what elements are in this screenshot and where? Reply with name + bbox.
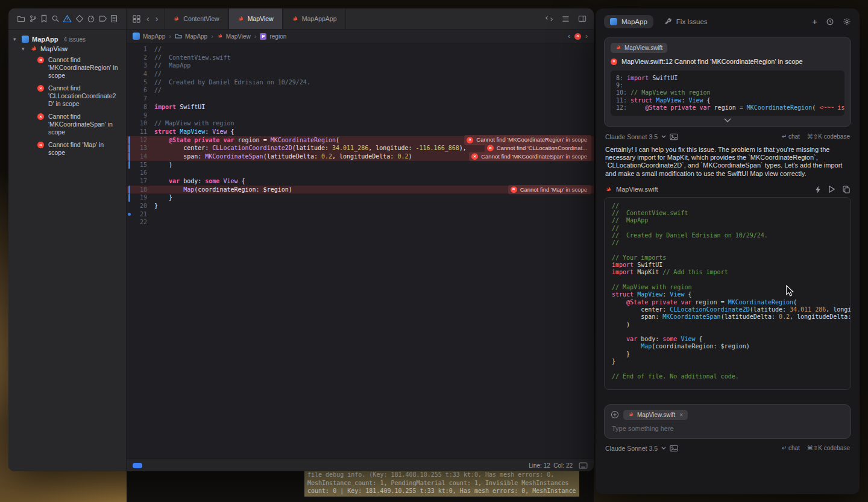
disclosure-triangle-icon[interactable]: ▾: [13, 36, 19, 42]
line-number[interactable]: 18: [131, 186, 154, 194]
next-issue-icon[interactable]: ›: [585, 32, 588, 40]
line-number[interactable]: 21: [131, 210, 154, 219]
line-number[interactable]: 5: [131, 78, 154, 87]
breakpoint-navigator-icon[interactable]: [99, 15, 107, 22]
line-number[interactable]: 20: [131, 202, 154, 210]
find-icon[interactable]: [51, 14, 60, 23]
breadcrumb-project[interactable]: MapApp: [133, 33, 165, 40]
line-number[interactable]: 8: [131, 103, 154, 111]
chat-shortcut[interactable]: ↵ chat: [782, 133, 800, 140]
code-line[interactable]: 9: [127, 111, 594, 120]
tab-mapview[interactable]: MapView: [228, 8, 283, 29]
run-icon[interactable]: [829, 186, 835, 193]
back-icon[interactable]: ‹: [146, 14, 149, 23]
suggested-code-block[interactable]: //// ContentView.swift// MapApp//// Crea…: [604, 197, 851, 390]
image-attach-icon[interactable]: [670, 445, 678, 452]
apply-icon[interactable]: [815, 186, 821, 193]
forward-icon[interactable]: ›: [156, 14, 159, 23]
model-selector[interactable]: Claude Sonnet 3.5: [605, 445, 658, 452]
minimap-icon[interactable]: [562, 16, 570, 22]
code-line[interactable]: 5// Created by Daniel Edrisian on 10/29/…: [127, 78, 594, 87]
codebase-shortcut[interactable]: ⌘⇧K codebase: [807, 445, 850, 451]
code-line[interactable]: 12 @State private var region = MKCoordin…: [127, 136, 594, 145]
code-line[interactable]: 11struct MapView: View {: [127, 128, 594, 136]
editor-grid-icon[interactable]: [133, 15, 140, 23]
disclosure-triangle-icon[interactable]: ▾: [22, 46, 27, 52]
context-file-chip[interactable]: MapView.swift ×: [623, 410, 688, 420]
line-number[interactable]: 11: [131, 128, 154, 136]
line-number[interactable]: 4: [131, 70, 154, 78]
code-review-icon[interactable]: [545, 15, 553, 22]
inline-error-badge[interactable]: ×Cannot find 'MKCoordinateSpan' in scope: [469, 152, 591, 162]
line-number[interactable]: 13: [131, 144, 154, 152]
assistant-tab-fix-issues[interactable]: Fix Issues: [658, 14, 714, 28]
error-badge-icon[interactable]: ×: [574, 33, 581, 40]
gear-icon[interactable]: [843, 17, 851, 26]
code-line[interactable]: 1//: [127, 45, 594, 54]
new-chat-icon[interactable]: +: [812, 16, 817, 27]
line-number[interactable]: 17: [131, 177, 154, 186]
issue-item[interactable]: ×Cannot find 'MKCoordinateRegion' in sco…: [8, 54, 126, 82]
line-number[interactable]: 6: [131, 86, 154, 95]
line-number[interactable]: 15: [131, 161, 154, 169]
chevron-down-icon[interactable]: [661, 447, 666, 450]
chat-shortcut[interactable]: ↵ chat: [782, 445, 800, 451]
source-editor[interactable]: 1//2// ContentView.swift3// MapApp4//5//…: [127, 43, 594, 459]
add-context-icon[interactable]: [611, 410, 619, 419]
tab-contentview[interactable]: ContentView: [164, 8, 228, 29]
split-editor-icon[interactable]: [578, 15, 587, 22]
code-line[interactable]: 21: [127, 210, 594, 219]
breadcrumb-symbol[interactable]: Pregion: [260, 33, 286, 40]
line-number[interactable]: 3: [131, 61, 154, 70]
line-number[interactable]: 14: [131, 152, 154, 161]
sidebar-item-mapview[interactable]: ▾ MapView: [8, 44, 126, 54]
breadcrumb-file[interactable]: MapView: [217, 33, 251, 40]
history-icon[interactable]: [826, 17, 834, 26]
code-line[interactable]: 2// ContentView.swift: [127, 54, 594, 62]
prev-issue-icon[interactable]: ‹: [568, 32, 570, 40]
code-line[interactable]: 22: [127, 218, 594, 227]
project-navigator-icon[interactable]: [17, 14, 25, 23]
line-number[interactable]: 19: [131, 193, 154, 202]
line-number[interactable]: 7: [131, 95, 154, 103]
code-line[interactable]: 13 center: CLLocationCoordinate2D(latitu…: [127, 144, 594, 152]
issue-item[interactable]: ×Cannot find 'Map' in scope: [8, 139, 126, 159]
report-navigator-icon[interactable]: [110, 14, 118, 23]
code-line[interactable]: 14 span: MKCoordinateSpan(latitudeDelta:…: [127, 152, 594, 161]
tab-mapappapp[interactable]: MapAppApp: [283, 8, 346, 29]
code-line[interactable]: 16: [127, 169, 594, 177]
line-number[interactable]: 16: [131, 169, 154, 177]
code-line[interactable]: 6//: [127, 86, 594, 95]
code-line[interactable]: 19 }: [127, 193, 594, 202]
bookmarks-icon[interactable]: [40, 14, 48, 23]
scope-indicator[interactable]: [133, 463, 142, 468]
codebase-shortcut[interactable]: ⌘⇧K codebase: [807, 133, 850, 140]
code-line[interactable]: 8import SwiftUI: [127, 103, 594, 111]
issue-navigator-icon[interactable]: [63, 14, 72, 23]
line-number[interactable]: 1: [131, 45, 154, 54]
code-line[interactable]: 17 var body: some View {: [127, 177, 594, 186]
test-navigator-icon[interactable]: [75, 14, 84, 23]
issue-item[interactable]: ×Cannot find 'CLLocationCoordinate2D' in…: [8, 82, 126, 110]
chat-input[interactable]: [611, 424, 847, 433]
code-line[interactable]: 15 ): [127, 161, 594, 169]
expand-chevron-icon[interactable]: [611, 116, 844, 123]
copy-icon[interactable]: [843, 186, 850, 193]
remove-chip-icon[interactable]: ×: [679, 412, 683, 418]
code-line[interactable]: 3// MapApp: [127, 61, 594, 70]
code-line[interactable]: 20}: [127, 202, 594, 210]
code-line[interactable]: 18 Map(coordinateRegion: $region)×Cannot…: [127, 186, 594, 194]
model-selector[interactable]: Claude Sonnet 3.5: [605, 133, 658, 140]
code-line[interactable]: 10// MapView with region: [127, 119, 594, 128]
source-control-icon[interactable]: [29, 14, 37, 23]
line-number[interactable]: 10: [131, 119, 154, 128]
issue-item[interactable]: ×Cannot find 'MKCoordinateSpan' in scope: [8, 110, 126, 139]
inline-error-badge[interactable]: ×Cannot find 'Map' in scope: [508, 185, 591, 195]
code-line[interactable]: 7: [127, 95, 594, 103]
debug-navigator-icon[interactable]: [87, 14, 95, 23]
image-attach-icon[interactable]: [670, 133, 678, 140]
chevron-down-icon[interactable]: [661, 135, 666, 138]
line-number[interactable]: 2: [131, 54, 154, 62]
line-number[interactable]: 9: [131, 111, 154, 120]
code-line[interactable]: 4//: [127, 70, 594, 78]
